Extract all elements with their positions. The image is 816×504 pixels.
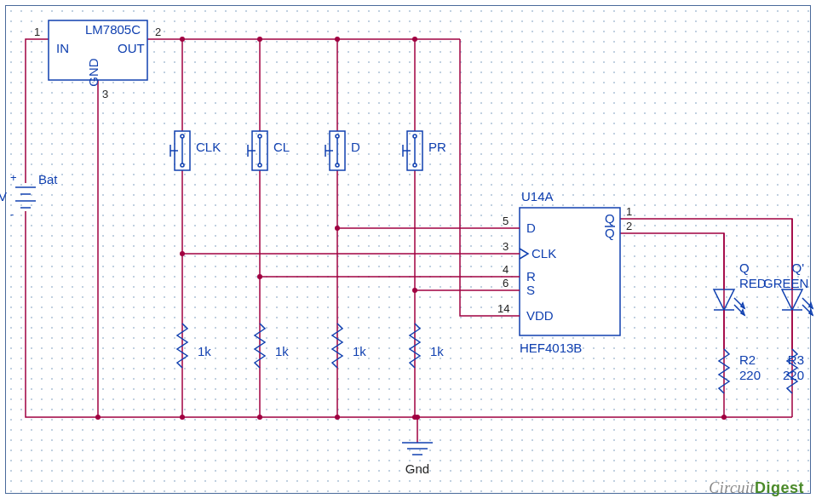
pin-number: 6: [503, 277, 509, 289]
svg-point-14: [258, 163, 261, 167]
switch-label: D: [351, 140, 360, 154]
wire-q-out: [620, 233, 724, 417]
svg-point-26: [413, 163, 417, 167]
resistor-value: 1k: [198, 344, 211, 358]
ic-ref: U14A: [521, 189, 554, 203]
junction: [95, 415, 101, 420]
r2-value: 220: [739, 368, 761, 382]
junction: [412, 288, 417, 293]
svg-point-13: [258, 135, 261, 138]
pin-number: 2: [626, 220, 632, 232]
led-q-red: [714, 233, 744, 349]
r2-ref: R2: [739, 352, 756, 367]
pin-number: 3: [503, 240, 509, 253]
watermark-brand2: Digest: [755, 479, 804, 496]
ground-label: Gnd: [405, 461, 429, 476]
regulator-pin-gnd: GND: [86, 58, 101, 87]
wire-qbar-out: [620, 219, 792, 417]
junction: [415, 415, 420, 420]
junction: [180, 37, 185, 42]
pin-number: 14: [497, 302, 509, 315]
pin-label: Q: [605, 226, 615, 240]
junction: [180, 251, 185, 256]
svg-point-20: [336, 163, 339, 167]
pin-label: VDD: [526, 308, 554, 323]
junction: [257, 37, 262, 42]
switch-clk: [170, 131, 190, 170]
pin-label: D: [526, 220, 536, 235]
junction: [335, 415, 340, 420]
switch-label: CL: [273, 140, 290, 154]
svg-text:-: -: [10, 208, 14, 220]
junction: [335, 226, 340, 231]
svg-point-19: [336, 135, 339, 138]
regulator-pin-in: IN: [56, 41, 69, 55]
pin-label: CLK: [532, 246, 556, 261]
svg-text:+: +: [10, 171, 17, 184]
watermark: CircuitDigest: [709, 479, 804, 497]
pin-number: 5: [503, 215, 509, 227]
resistor-value: 1k: [353, 344, 366, 358]
switch-cl: [248, 131, 267, 170]
pin-number: 4: [503, 263, 509, 276]
svg-point-25: [413, 135, 417, 138]
led-qb-label: Q': [791, 261, 804, 275]
regulator-name: LM7805C: [85, 22, 141, 37]
junction: [257, 274, 262, 279]
pin-number: 1: [34, 26, 40, 38]
resistor-value: 1k: [275, 344, 289, 358]
resistor-value: 1k: [430, 344, 444, 358]
schematic-canvas: 1 2 3: [0, 0, 816, 504]
r3-value: 220: [783, 368, 804, 382]
regulator-pin-out: OUT: [118, 41, 145, 55]
wire: [26, 39, 49, 183]
wire-gnd-rail: [26, 211, 792, 417]
svg-point-7: [181, 135, 184, 138]
battery-voltage: 9V: [0, 189, 7, 203]
switch-d: [325, 131, 345, 170]
pin-number: 3: [102, 88, 108, 100]
pin-label: S: [526, 283, 535, 297]
svg-point-8: [181, 163, 184, 167]
junction: [412, 37, 417, 42]
switch-label: CLK: [196, 140, 221, 154]
junction: [721, 415, 727, 420]
schematic-svg: 1 2 3: [0, 0, 816, 504]
switch-pr: [403, 131, 422, 170]
wire-vdd: [460, 39, 498, 316]
pin-number: 1: [626, 205, 632, 218]
led-q-label: Q: [739, 261, 750, 275]
junction: [335, 37, 340, 42]
ground-symbol-icon: [402, 443, 433, 455]
ic-part: HEF4013B: [520, 341, 582, 355]
pin-number: 2: [155, 26, 161, 38]
battery: + -: [10, 171, 36, 220]
junction: [180, 415, 185, 420]
r3-ref: R3: [788, 352, 804, 367]
led-qb-color: GREEN: [763, 276, 808, 290]
battery-label: Bat: [38, 172, 58, 186]
junction: [257, 415, 262, 420]
pin-label: Q: [605, 211, 615, 226]
pin-label: R: [526, 269, 536, 284]
switch-label: PR: [428, 140, 446, 154]
watermark-brand1: Circuit: [709, 479, 755, 496]
